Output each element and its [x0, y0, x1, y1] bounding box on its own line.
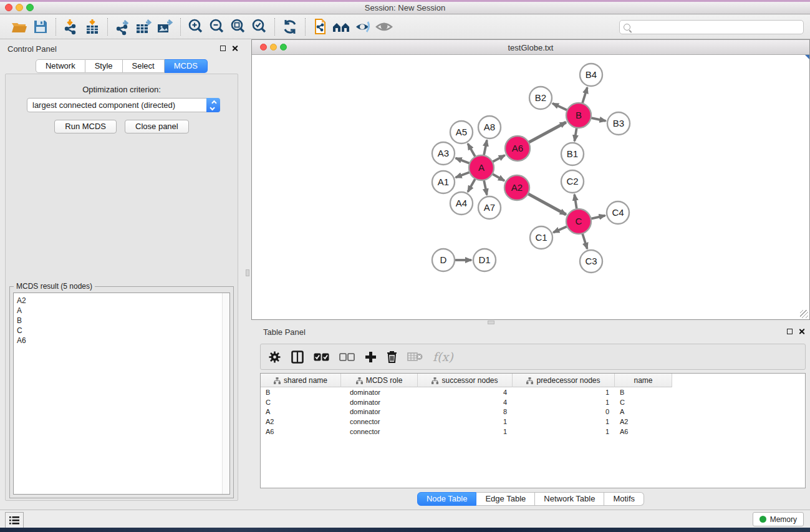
node-B1[interactable]: B1: [561, 143, 584, 165]
open-session-icon[interactable]: [9, 17, 30, 37]
close-panel-button[interactable]: Close panel: [125, 120, 189, 133]
mcds-result-list[interactable]: A2ABCA6: [13, 293, 230, 495]
node-A1[interactable]: A1: [432, 171, 455, 193]
refresh-icon[interactable]: [279, 17, 301, 37]
delete-column-icon[interactable]: [387, 351, 397, 363]
float-panel-icon[interactable]: [220, 46, 226, 51]
tab-node-table[interactable]: Node Table: [417, 492, 477, 506]
zoom-out-icon[interactable]: [206, 17, 228, 37]
node-C4[interactable]: C4: [607, 201, 629, 224]
node-D[interactable]: D: [432, 249, 455, 271]
window-resize-grip[interactable]: [800, 310, 808, 318]
svg-text:C4: C4: [612, 207, 624, 218]
column-header-predecessor-nodes[interactable]: predecessor nodes: [513, 374, 615, 387]
node-C[interactable]: C: [566, 209, 591, 234]
delete-table-icon[interactable]: [407, 352, 423, 362]
tab-network[interactable]: Network: [36, 59, 85, 73]
table-row[interactable]: Cdominator41C: [261, 397, 805, 407]
criterion-dropdown[interactable]: largest connected component (directed): [27, 98, 220, 112]
tab-network-table[interactable]: Network Table: [535, 492, 604, 506]
result-scrollbar[interactable]: [222, 293, 229, 494]
zoom-fit-icon[interactable]: [228, 17, 249, 37]
zoom-in-icon[interactable]: [185, 17, 206, 37]
tab-select[interactable]: Select: [123, 59, 165, 73]
table-settings-icon[interactable]: [268, 351, 281, 364]
close-panel-icon[interactable]: [231, 45, 238, 52]
network-window-titlebar[interactable]: testGlobe.txt: [252, 40, 809, 55]
network-view-window: testGlobe.txt B4B2BB3A8A5A6A3B1AA1C2A2A4…: [251, 39, 810, 320]
node-A6[interactable]: A6: [505, 136, 530, 161]
result-item[interactable]: B: [17, 316, 229, 326]
hide-graphics-details-icon[interactable]: [352, 17, 374, 37]
show-graphics-details-icon[interactable]: [374, 17, 395, 37]
node-B3[interactable]: B3: [607, 112, 630, 135]
table-row[interactable]: A2connector11A2: [261, 417, 805, 427]
table-cell: A6: [615, 428, 672, 435]
main-toolbar: [0, 15, 810, 39]
zoom-selected-icon[interactable]: [249, 17, 270, 37]
result-item[interactable]: C: [17, 326, 229, 336]
node-B[interactable]: B: [566, 103, 591, 128]
search-input[interactable]: [634, 22, 803, 33]
import-network-icon[interactable]: [60, 17, 82, 37]
deselect-all-icon[interactable]: [339, 353, 355, 361]
export-image-icon[interactable]: [155, 17, 176, 37]
network-canvas[interactable]: B4B2BB3A8A5A6A3B1AA1C2A2A4A7C4CC1C3DD1: [252, 55, 809, 319]
table-row[interactable]: A6connector11A6: [261, 427, 805, 437]
select-all-icon[interactable]: [314, 353, 329, 361]
save-session-icon[interactable]: [30, 17, 51, 37]
table-cell: A2: [615, 418, 672, 425]
edge-A6-B[interactable]: [527, 122, 566, 143]
export-table-icon[interactable]: [133, 17, 155, 37]
vertical-splitter-handle[interactable]: [246, 269, 249, 276]
tab-style[interactable]: Style: [85, 59, 123, 73]
svg-text:A5: A5: [456, 127, 467, 137]
tab-edge-table[interactable]: Edge Table: [476, 492, 535, 506]
first-neighbors-icon[interactable]: [331, 17, 352, 37]
add-column-icon[interactable]: [365, 351, 377, 363]
node-A7[interactable]: A7: [478, 196, 501, 219]
table-row[interactable]: Adominator80A: [261, 407, 805, 417]
tab-mcds[interactable]: MCDS: [165, 59, 208, 73]
column-header-name[interactable]: name: [615, 374, 672, 387]
duplicate-network-icon[interactable]: [310, 17, 331, 37]
show-column-icon[interactable]: [291, 351, 304, 364]
function-builder-icon[interactable]: f(x): [433, 350, 453, 364]
edge-A-A8[interactable]: [483, 140, 487, 158]
node-A5[interactable]: A5: [450, 121, 473, 143]
node-C2[interactable]: C2: [561, 170, 584, 193]
table-row[interactable]: Bdominator41B: [261, 387, 805, 397]
node-D1[interactable]: D1: [473, 249, 496, 271]
dropdown-stepper[interactable]: [206, 98, 220, 112]
node-B4[interactable]: B4: [580, 64, 602, 86]
edge-C-C3[interactable]: [582, 231, 587, 249]
node-C3[interactable]: C3: [580, 250, 602, 273]
svg-text:B1: B1: [567, 148, 578, 159]
float-table-panel-icon[interactable]: [787, 329, 793, 334]
edge-B-B4[interactable]: [582, 87, 587, 105]
close-table-panel-icon[interactable]: [798, 328, 805, 335]
node-A2[interactable]: A2: [504, 175, 529, 200]
edge-A2-C[interactable]: [526, 193, 566, 215]
node-A4[interactable]: A4: [450, 192, 473, 215]
result-item[interactable]: A6: [17, 336, 229, 346]
import-table-icon[interactable]: [82, 17, 103, 37]
edge-B-B2[interactable]: [552, 104, 569, 111]
node-C1[interactable]: C1: [530, 226, 552, 249]
tab-motifs[interactable]: Motifs: [604, 492, 644, 506]
result-item[interactable]: A: [17, 306, 229, 316]
column-header-MCDS-role[interactable]: MCDS role: [341, 374, 418, 387]
node-A3[interactable]: A3: [432, 142, 455, 165]
export-network-icon[interactable]: [112, 17, 133, 37]
run-mcds-button[interactable]: Run MCDS: [54, 120, 117, 133]
node-A[interactable]: A: [469, 155, 494, 180]
column-header-successor-nodes[interactable]: successor nodes: [418, 374, 513, 387]
node-A8[interactable]: A8: [478, 116, 501, 138]
column-header-shared-name[interactable]: shared name: [261, 374, 341, 387]
criterion-value: largest connected component (directed): [27, 100, 206, 110]
task-history-button[interactable]: [5, 512, 24, 528]
result-item[interactable]: A2: [17, 296, 229, 306]
search-field[interactable]: [619, 20, 804, 34]
node-B2[interactable]: B2: [529, 87, 552, 109]
memory-button[interactable]: Memory: [753, 512, 804, 526]
